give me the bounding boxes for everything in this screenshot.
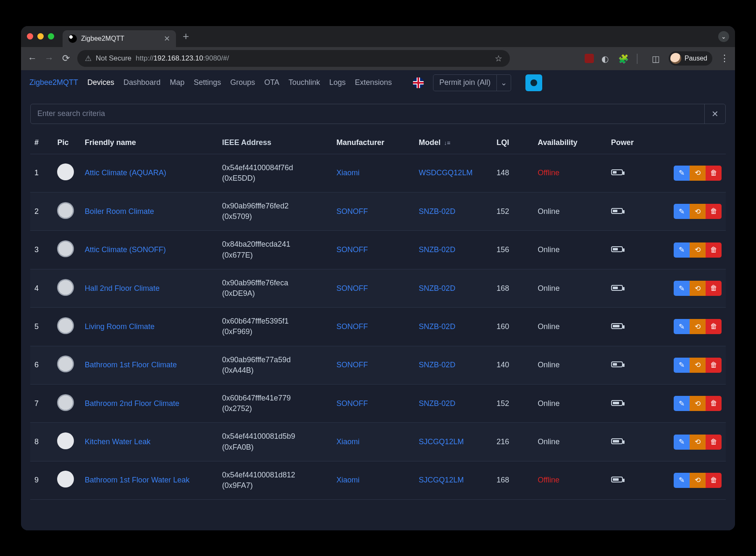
delete-button[interactable]: 🗑 — [706, 204, 722, 219]
manufacturer-link[interactable]: Xiaomi — [336, 169, 360, 177]
delete-button[interactable]: 🗑 — [706, 358, 722, 373]
reconfigure-button[interactable]: ⟲ — [690, 473, 706, 488]
manufacturer-link[interactable]: SONOFF — [336, 284, 368, 292]
col-model[interactable]: Model ↓≡ — [415, 132, 492, 154]
delete-button[interactable]: 🗑 — [706, 242, 722, 258]
delete-button[interactable]: 🗑 — [706, 396, 722, 411]
nav-item-ota[interactable]: OTA — [264, 78, 279, 87]
delete-button[interactable]: 🗑 — [706, 319, 722, 334]
manufacturer-link[interactable]: SONOFF — [336, 245, 368, 254]
nav-item-groups[interactable]: Groups — [230, 78, 255, 87]
device-name-link[interactable]: Bathroom 2nd Floor Climate — [85, 399, 179, 408]
profile-chip[interactable]: Paused — [669, 51, 712, 66]
rename-button[interactable]: ✎ — [674, 435, 690, 450]
manufacturer-link[interactable]: SONOFF — [336, 207, 368, 216]
ieee-address: 0x60b647fffe41e779(0x2752) — [218, 384, 332, 422]
model-link[interactable]: WSDCGQ12LM — [419, 169, 472, 177]
model-link[interactable]: SNZB-02D — [419, 399, 455, 408]
rename-button[interactable]: ✎ — [674, 204, 690, 219]
col-lqi[interactable]: LQI — [492, 132, 533, 154]
rename-button[interactable]: ✎ — [674, 319, 690, 334]
forward-button[interactable]: → — [44, 53, 55, 64]
delete-button[interactable]: 🗑 — [706, 473, 722, 488]
model-link[interactable]: SNZB-02D — [419, 207, 455, 216]
model-link[interactable]: SJCGQ12LM — [419, 476, 464, 484]
reconfigure-button[interactable]: ⟲ — [690, 358, 706, 373]
reconfigure-button[interactable]: ⟲ — [690, 204, 706, 219]
manufacturer-link[interactable]: Xiaomi — [336, 476, 360, 484]
col-availability[interactable]: Availability — [533, 132, 606, 154]
window-zoom-button[interactable] — [48, 33, 54, 40]
nav-item-logs[interactable]: Logs — [329, 78, 346, 87]
reconfigure-button[interactable]: ⟲ — [690, 396, 706, 411]
address-bar[interactable]: ⚠ Not Secure http://192.168.123.10:9080/… — [77, 50, 510, 67]
nav-item-devices[interactable]: Devices — [87, 78, 114, 87]
col-name[interactable]: Friendly name — [81, 132, 218, 154]
permit-join-dropdown[interactable]: ⌄ — [497, 74, 511, 91]
rename-button[interactable]: ✎ — [674, 166, 690, 181]
nav-item-settings[interactable]: Settings — [194, 78, 221, 87]
col-num[interactable]: # — [30, 132, 53, 154]
device-name-link[interactable]: Kitchen Water Leak — [85, 437, 150, 446]
sidepanel-icon[interactable]: ◫ — [652, 54, 661, 63]
model-link[interactable]: SJCGQ12LM — [419, 437, 464, 446]
extensions-icon[interactable]: 🧩 — [618, 54, 627, 63]
brand-link[interactable]: Zigbee2MQTT — [29, 78, 78, 87]
browser-tab[interactable]: Zigbee2MQTT ✕ — [63, 30, 176, 47]
nav-item-map[interactable]: Map — [170, 78, 184, 87]
manufacturer-link[interactable]: SONOFF — [336, 361, 368, 369]
delete-button[interactable]: 🗑 — [706, 166, 722, 181]
row-num: 5 — [30, 308, 53, 346]
rename-button[interactable]: ✎ — [674, 242, 690, 258]
col-ieee[interactable]: IEEE Address — [218, 132, 332, 154]
tab-close-button[interactable]: ✕ — [164, 34, 170, 43]
model-link[interactable]: SNZB-02D — [419, 361, 455, 369]
col-power[interactable]: Power — [607, 132, 657, 154]
bookmark-star-icon[interactable]: ☆ — [495, 53, 502, 63]
back-button[interactable]: ← — [27, 53, 38, 64]
manufacturer-link[interactable]: SONOFF — [336, 399, 368, 408]
device-name-link[interactable]: Boiler Room Climate — [85, 207, 154, 216]
device-name-link[interactable]: Living Room Climate — [85, 322, 155, 331]
manufacturer-link[interactable]: Xiaomi — [336, 437, 360, 446]
model-link[interactable]: SNZB-02D — [419, 284, 455, 292]
device-name-link[interactable]: Attic Climate (AQUARA) — [85, 169, 166, 177]
rename-button[interactable]: ✎ — [674, 396, 690, 411]
device-name-link[interactable]: Hall 2nd Floor Climate — [85, 284, 160, 292]
rename-button[interactable]: ✎ — [674, 281, 690, 296]
col-pic[interactable]: Pic — [53, 132, 80, 154]
model-link[interactable]: SNZB-02D — [419, 245, 455, 254]
language-flag-icon[interactable] — [413, 77, 424, 88]
manufacturer-link[interactable]: SONOFF — [336, 322, 368, 331]
device-name-link[interactable]: Bathroom 1st Floor Climate — [85, 361, 177, 369]
reconfigure-button[interactable]: ⟲ — [690, 435, 706, 450]
window-close-button[interactable] — [27, 33, 33, 40]
reload-button[interactable]: ⟳ — [60, 53, 71, 64]
model-link[interactable]: SNZB-02D — [419, 322, 455, 331]
rename-button[interactable]: ✎ — [674, 473, 690, 488]
theme-toggle-button[interactable] — [525, 74, 542, 91]
reconfigure-button[interactable]: ⟲ — [690, 242, 706, 258]
reconfigure-button[interactable]: ⟲ — [690, 166, 706, 181]
col-manufacturer[interactable]: Manufacturer — [332, 132, 415, 154]
nav-item-touchlink[interactable]: Touchlink — [289, 78, 320, 87]
permit-join-button[interactable]: Permit join (All) — [433, 74, 497, 91]
tabs-dropdown-button[interactable]: ⌄ — [718, 31, 729, 42]
delete-button[interactable]: 🗑 — [706, 281, 722, 296]
reconfigure-button[interactable]: ⟲ — [690, 319, 706, 334]
device-name-link[interactable]: Attic Climate (SONOFF) — [85, 245, 166, 254]
extension-a-icon[interactable]: ◐ — [601, 54, 611, 63]
nav-item-extensions[interactable]: Extensions — [355, 78, 392, 87]
nav-item-dashboard[interactable]: Dashboard — [123, 78, 160, 87]
window-minimize-button[interactable] — [37, 33, 44, 40]
browser-menu-button[interactable]: ⋮ — [720, 53, 729, 64]
search-input[interactable] — [31, 104, 704, 124]
search-clear-button[interactable]: ✕ — [704, 104, 725, 124]
ublock-icon[interactable] — [585, 54, 594, 63]
app-root: Zigbee2MQTT DevicesDashboardMapSettingsG… — [21, 70, 735, 530]
rename-button[interactable]: ✎ — [674, 358, 690, 373]
delete-button[interactable]: 🗑 — [706, 435, 722, 450]
reconfigure-button[interactable]: ⟲ — [690, 281, 706, 296]
new-tab-button[interactable]: + — [183, 30, 189, 43]
device-name-link[interactable]: Bathroom 1st Floor Water Leak — [85, 476, 189, 484]
